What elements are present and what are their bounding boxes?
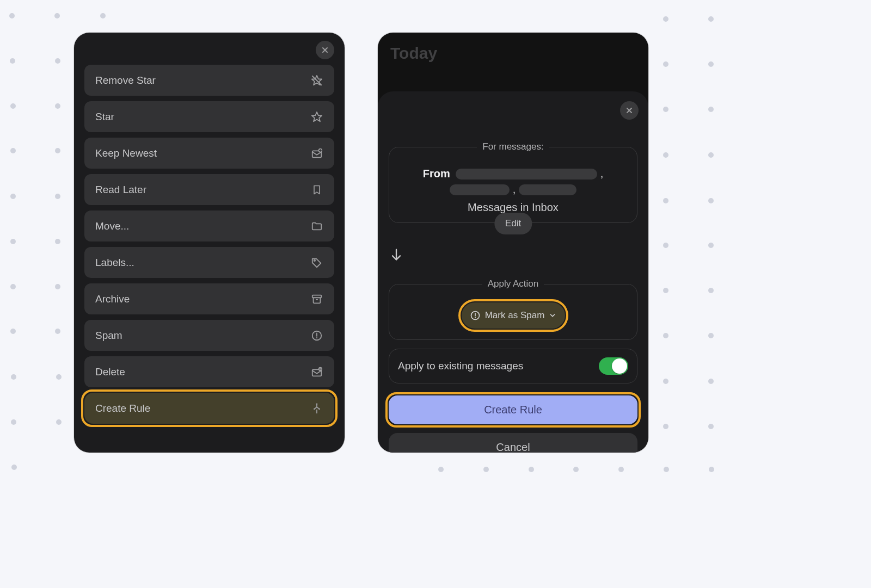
action-spam[interactable]: Spam xyxy=(84,320,334,351)
action-label: Keep Newest xyxy=(95,147,157,159)
alert-circle-icon xyxy=(470,310,481,321)
action-label: Delete xyxy=(95,366,125,378)
archive-icon xyxy=(310,293,323,306)
svg-rect-6 xyxy=(312,295,322,298)
alert-circle-icon xyxy=(310,329,323,342)
action-label: Read Later xyxy=(95,184,146,196)
from-row-2: , xyxy=(400,183,626,196)
action-label: Star xyxy=(95,111,114,123)
svg-point-13 xyxy=(316,403,318,405)
arrow-down-icon xyxy=(389,247,637,262)
action-dropdown[interactable]: Mark as Spam xyxy=(462,302,565,329)
sender-redacted-chip xyxy=(519,184,576,195)
tag-icon xyxy=(310,256,323,269)
action-label: Create Rule xyxy=(95,403,150,414)
action-dropdown-label: Mark as Spam xyxy=(485,310,545,321)
sender-redacted-chip xyxy=(456,169,597,180)
rule-editor-overlay: For messages: From , , Messages in Inbox… xyxy=(378,91,648,453)
messages-in-inbox: Messages in Inbox xyxy=(400,201,626,214)
apply-existing-row: Apply to existing messages xyxy=(389,349,637,383)
close-icon xyxy=(321,46,329,54)
star-off-icon xyxy=(310,74,323,87)
mail-plus-icon xyxy=(310,147,323,160)
action-keep-newest[interactable]: Keep Newest xyxy=(84,138,334,169)
action-label: Spam xyxy=(95,330,122,342)
action-labels[interactable]: Labels... xyxy=(84,247,334,278)
close-button[interactable] xyxy=(620,101,639,120)
svg-point-15 xyxy=(318,408,320,410)
action-read-later[interactable]: Read Later xyxy=(84,174,334,205)
action-remove-star[interactable]: Remove Star xyxy=(84,65,334,96)
actions-panel: Remove Star Star Keep Newest Read Later … xyxy=(74,33,345,453)
from-label: From xyxy=(423,168,450,180)
apply-action-legend: Apply Action xyxy=(482,278,544,289)
action-delete[interactable]: Delete xyxy=(84,356,334,387)
svg-marker-2 xyxy=(312,112,322,121)
svg-point-14 xyxy=(314,408,315,410)
svg-point-10 xyxy=(316,337,317,338)
action-move[interactable]: Move... xyxy=(84,211,334,242)
apply-existing-label: Apply to existing messages xyxy=(398,360,523,372)
close-icon xyxy=(625,106,634,115)
rule-flow-icon xyxy=(310,402,323,415)
mail-minus-icon xyxy=(310,366,323,379)
close-button[interactable] xyxy=(316,41,334,59)
create-rule-button[interactable]: Create Rule xyxy=(389,395,637,424)
today-heading: Today xyxy=(388,41,638,68)
for-messages-group: For messages: From , , Messages in Inbox… xyxy=(389,141,637,223)
action-archive[interactable]: Archive xyxy=(84,283,334,314)
action-create-rule[interactable]: Create Rule xyxy=(84,393,334,424)
action-label: Move... xyxy=(95,220,129,232)
for-messages-legend: For messages: xyxy=(477,141,549,152)
edit-button[interactable]: Edit xyxy=(494,213,532,234)
bookmark-icon xyxy=(310,183,323,196)
action-label: Labels... xyxy=(95,257,134,269)
cancel-button[interactable]: Cancel xyxy=(389,433,637,453)
action-star[interactable]: Star xyxy=(84,101,334,132)
apply-existing-toggle[interactable] xyxy=(599,357,628,375)
from-row: From , xyxy=(400,168,626,180)
sender-redacted-chip xyxy=(450,184,510,195)
svg-point-5 xyxy=(314,259,315,261)
svg-point-19 xyxy=(475,317,476,318)
chevron-down-icon xyxy=(549,312,556,319)
action-label: Archive xyxy=(95,293,130,305)
rule-editor-panel: Today For messages: From , , Messages in… xyxy=(378,33,648,453)
toggle-knob xyxy=(612,358,627,374)
folder-icon xyxy=(310,220,323,233)
apply-action-group: Apply Action Mark as Spam xyxy=(389,278,637,340)
star-icon xyxy=(310,110,323,123)
action-label: Remove Star xyxy=(95,75,156,86)
